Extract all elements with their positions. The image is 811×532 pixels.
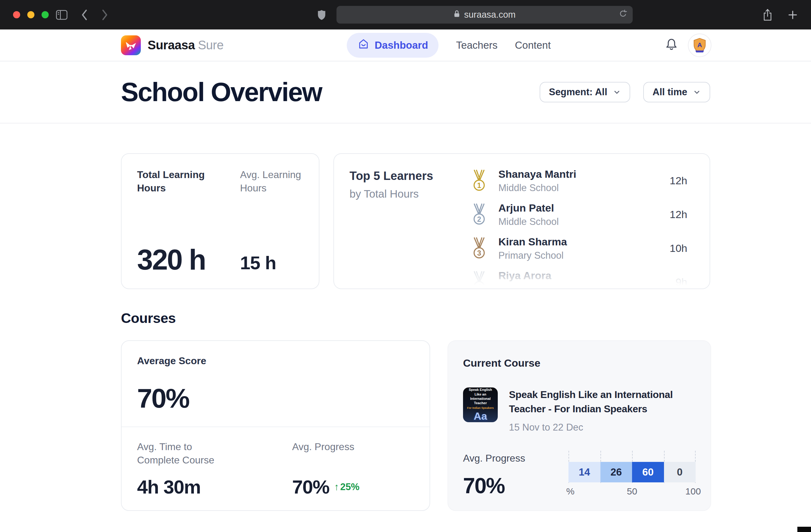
- svg-text:1: 1: [477, 181, 481, 189]
- main-content: Total Learning Hours Avg. Learning Hours…: [0, 124, 811, 532]
- top-learners-list: 1 Shanaya Mantri Middle School 12h 2 Arj…: [471, 164, 687, 289]
- learner-school: Middle School: [499, 216, 659, 227]
- avg-learning-hours-label: Avg. Learning Hours: [240, 168, 303, 195]
- total-learning-hours-label: Total Learning Hours: [137, 168, 215, 195]
- avg-progress-label: Avg. Progress: [292, 440, 382, 454]
- learner-name: Arjun Patel: [499, 202, 659, 214]
- arrow-up-icon: ↑: [334, 482, 339, 492]
- course-dates: 15 Nov to 22 Dec: [509, 422, 697, 433]
- total-learning-hours-value: 320 h: [137, 244, 240, 276]
- new-tab-icon[interactable]: [787, 9, 798, 20]
- progress-bucket-segment: 0: [664, 462, 696, 482]
- time-filter-label: All time: [653, 87, 687, 98]
- top-learners-card: Top 5 Learners by Total Hours 1 Shanaya …: [333, 153, 710, 289]
- sidebar-toggle-icon[interactable]: [55, 10, 68, 20]
- axis-label: 50: [627, 486, 637, 497]
- app-navbar: SuraasaSure Dashboard Teachers Content A: [0, 29, 811, 61]
- axis-label: %: [566, 486, 575, 497]
- gold-medal-icon: 1: [471, 169, 488, 193]
- profile-avatar[interactable]: A: [688, 33, 711, 57]
- medal-icon: 4: [471, 271, 488, 289]
- chart-axis: % 50 100: [568, 486, 695, 499]
- learner-school: Middle School: [499, 182, 659, 194]
- chevron-down-icon: [613, 88, 621, 96]
- filters: Segment: All All time: [540, 82, 710, 102]
- top-learners-subtitle: by Total Hours: [350, 188, 433, 200]
- learner-name: Kiran Sharma: [499, 236, 659, 248]
- learner-row: 3 Kiran Sharma Primary School 10h: [471, 231, 687, 265]
- share-icon[interactable]: [762, 8, 773, 22]
- lock-icon: [454, 10, 460, 20]
- corner-artifact: [797, 527, 811, 532]
- brand[interactable]: SuraasaSure: [121, 35, 224, 55]
- learner-hours: 9h: [675, 276, 687, 288]
- tab-dashboard-label: Dashboard: [374, 40, 428, 51]
- axis-label: 100: [685, 486, 701, 497]
- progress-distribution-chart: 14 26 60 0 % 50 100: [568, 453, 695, 499]
- course-item[interactable]: Speak English Like an International Teac…: [463, 387, 697, 433]
- forward-icon[interactable]: [100, 9, 109, 21]
- thumbnail-title: Speak English Like an International Teac…: [465, 387, 495, 405]
- tab-content[interactable]: Content: [515, 40, 551, 51]
- svg-text:A: A: [697, 41, 702, 48]
- progress-bucket-segment: 14: [568, 462, 600, 482]
- bronze-medal-icon: 3: [471, 237, 488, 260]
- main-nav: Dashboard Teachers Content: [347, 29, 551, 61]
- avg-progress-value: 70%: [292, 476, 330, 498]
- learner-hours: 12h: [670, 174, 687, 187]
- learner-row: 1 Shanaya Mantri Middle School 12h: [471, 164, 687, 198]
- learner-school: Primary School: [499, 284, 665, 289]
- tab-dashboard[interactable]: Dashboard: [347, 33, 439, 58]
- segment-filter-dropdown[interactable]: Segment: All: [540, 82, 630, 102]
- thumbnail-aa-glyph: Aa: [474, 410, 487, 422]
- home-icon: [357, 38, 370, 53]
- brand-name: SuraasaSure: [148, 38, 224, 52]
- top-learners-title: Top 5 Learners: [350, 169, 433, 183]
- svg-text:4: 4: [477, 283, 481, 289]
- thumbnail-subtitle: For Indian Speakers: [467, 406, 494, 409]
- avg-time-value: 4h 30m: [137, 476, 292, 498]
- progress-delta-value: 25%: [340, 482, 359, 492]
- learner-hours: 12h: [670, 209, 687, 221]
- minimize-window-button[interactable]: [27, 11, 34, 18]
- close-window-button[interactable]: [13, 11, 20, 18]
- progress-bucket-segment: 26: [600, 462, 632, 482]
- brand-suffix: Sure: [198, 38, 224, 52]
- learner-school: Primary School: [499, 250, 659, 261]
- time-filter-dropdown[interactable]: All time: [643, 82, 710, 102]
- learner-row: 2 Arjun Patel Middle School 12h: [471, 198, 687, 231]
- current-course-title: Current Course: [463, 357, 540, 369]
- school-crest-icon: A: [691, 36, 708, 54]
- stacked-bar: 14 26 60 0: [568, 462, 695, 482]
- privacy-shield-icon[interactable]: [317, 9, 326, 21]
- average-score-value: 70%: [137, 382, 414, 414]
- average-score-card: Average Score 70% Avg. Time to Complete …: [121, 340, 430, 511]
- svg-text:3: 3: [477, 249, 481, 257]
- suraasa-logo-icon: [121, 35, 141, 55]
- chevron-down-icon: [693, 88, 701, 96]
- page-header: School Overview Segment: All All time: [0, 61, 811, 123]
- learner-name: Riya Arora: [499, 270, 665, 282]
- avg-time-label: Avg. Time to Complete Course: [137, 440, 227, 467]
- address-bar[interactable]: suraasa.com: [336, 6, 633, 24]
- learner-name: Shanaya Mantri: [499, 168, 659, 180]
- progress-delta-badge: ↑ 25%: [334, 482, 360, 492]
- zoom-window-button[interactable]: [42, 11, 49, 18]
- course-name: Speak English Like an International Teac…: [509, 387, 697, 416]
- tab-teachers[interactable]: Teachers: [456, 40, 498, 51]
- current-course-card: Current Course Speak English Like an Int…: [447, 340, 711, 511]
- back-icon[interactable]: [80, 9, 89, 21]
- course-thumbnail: Speak English Like an International Teac…: [463, 387, 498, 422]
- silver-medal-icon: 2: [471, 203, 488, 226]
- browser-chrome: suraasa.com: [0, 0, 811, 29]
- learner-row: 4 Riya Arora Primary School 9h: [471, 265, 687, 289]
- segment-filter-label: Segment: All: [549, 87, 607, 98]
- reload-icon[interactable]: [618, 9, 628, 20]
- svg-text:2: 2: [477, 215, 481, 223]
- avg-learning-hours-value: 15 h: [240, 252, 303, 276]
- url-text: suraasa.com: [464, 10, 516, 20]
- average-score-label: Average Score: [137, 355, 414, 367]
- notifications-bell-icon[interactable]: [664, 37, 678, 53]
- courses-section-title: Courses: [121, 310, 176, 326]
- learner-hours: 10h: [670, 242, 687, 254]
